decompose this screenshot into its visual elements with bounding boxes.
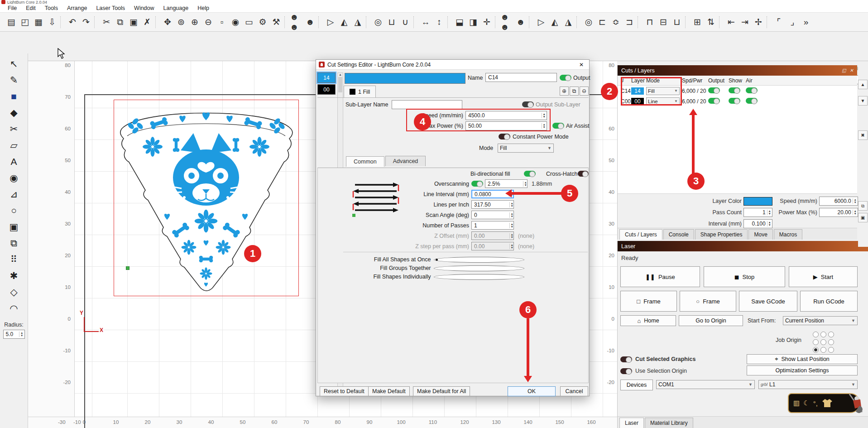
make-default-button[interactable]: Make Default [368,386,410,396]
auto-arrange-icon[interactable]: ▷ [324,15,337,29]
nudge-icon[interactable]: ✢ [752,15,765,29]
align-top-icon[interactable]: ⊓ [643,15,657,29]
bottom-dock-tab[interactable]: Material Library [645,418,693,428]
power-max-field[interactable]: 20.00▲▼ [819,208,858,217]
layer-color-bar[interactable] [345,73,465,84]
dialog-tab[interactable]: Common [346,156,384,167]
ok-button[interactable]: OK [508,386,556,396]
constant-power-toggle[interactable] [499,134,510,139]
bidirectional-toggle[interactable] [524,171,536,177]
job-origin-radio[interactable] [813,332,819,337]
align-left-icon[interactable]: ⊏ [595,15,609,29]
job-origin-radio[interactable] [820,339,826,345]
fill-sublayer-tab[interactable]: 1 Fill [344,86,376,97]
device-tools-icon[interactable]: ⚒ [269,15,283,29]
position-pin-tool[interactable]: ◉ [5,170,23,185]
panel-speed-field[interactable]: 6000.0▲▼ [819,197,858,206]
show-last-position-button[interactable]: ⌖ Show Last Position [747,354,858,364]
frame-circle-button[interactable]: ○ Frame [680,291,736,312]
distribute-h-icon[interactable]: ↔ [419,15,432,29]
align-right-icon[interactable]: ⊐ [623,15,636,29]
boolean-tool[interactable]: ⧉ [5,236,23,250]
pan-icon[interactable]: ✥ [161,15,174,29]
draw-lines-tool[interactable]: ✎ [5,72,23,87]
go-to-origin-button[interactable]: Go to Origin [679,315,743,326]
corner-br-icon[interactable]: ⌟ [786,15,799,29]
polygon-outline-tool[interactable]: ◇ [5,284,23,299]
layer-name-field[interactable]: C14 [485,73,557,82]
align-middle-icon[interactable]: ⊟ [657,15,670,29]
camera-icon[interactable]: ◉ [229,15,242,29]
scroll-up-icon[interactable]: ▲ [858,80,868,89]
layer-output-toggle[interactable] [708,87,720,93]
start-from-combo[interactable]: Current Position▼ [783,316,858,325]
save-icon[interactable]: ▦ [32,15,45,29]
job-origin-radio[interactable] [828,339,834,345]
mirror-v-icon[interactable]: ◮ [351,15,364,29]
center-target-icon[interactable]: ◎ [371,15,385,29]
dock-tab[interactable]: Cuts / Layers [619,229,662,240]
cut-setting-field[interactable]: 0▲▼ [471,211,514,219]
cut-setting-field[interactable]: 1▲▼ [471,221,514,230]
circle-tool[interactable]: ○ [5,203,23,218]
group-2-icon[interactable]: ☻☻ [500,15,514,29]
job-origin-radio[interactable] [813,339,819,345]
mirror-v2-icon[interactable]: ◮ [561,15,575,29]
home-button[interactable]: ⌂ Home [620,315,676,326]
menu-item[interactable]: Language [159,5,193,12]
cut-selected-toggle[interactable] [620,356,632,362]
cut-setting-field[interactable]: 2.5%▲▼ [485,179,528,188]
text-tool[interactable]: A [5,154,23,169]
devices-button[interactable]: Devices [620,380,653,390]
start-button[interactable]: ▶ Start [789,266,858,287]
weld-icon[interactable]: ∪ [398,15,412,29]
dock-tab[interactable]: Move [748,229,772,240]
group-icon[interactable]: ☻☻ [290,15,303,29]
layer-show-toggle[interactable] [729,98,740,104]
menu-item[interactable]: File [4,5,21,12]
align-center-icon[interactable]: ≎ [609,15,623,29]
target-2-icon[interactable]: ◎ [582,15,595,29]
pause-button[interactable]: ❚❚ Pause [620,266,700,287]
menu-item[interactable]: Tools [41,5,62,12]
duplicate-sublayer-button[interactable]: ⧉ [570,87,579,96]
trash-icon[interactable]: ✖ [858,130,868,140]
copy-layer-icon[interactable]: ⧉ [858,201,868,211]
air-assist-toggle[interactable] [552,123,564,129]
frame-select-icon[interactable]: ▫ [215,15,229,29]
snip-tool[interactable]: ✂ [5,121,23,136]
dock-h-icon[interactable]: ⬓ [453,15,466,29]
mirror-h-icon[interactable]: ◭ [337,15,351,29]
copy-icon[interactable]: ⧉ [113,15,127,29]
layer-air-toggle[interactable] [746,87,758,93]
menu-item[interactable]: Window [130,5,158,12]
job-origin-radio[interactable] [813,347,819,353]
interval-field[interactable]: 0.100▲▼ [743,219,772,228]
make-default-all-button[interactable]: Make Default for All [413,386,470,396]
menu-item[interactable]: Arrange [63,5,91,12]
dock-tab[interactable]: Shape Properties [695,229,748,240]
zoom-out-icon[interactable]: ⊖ [201,15,215,29]
edit-nodes-tool[interactable]: ▱ [5,138,23,153]
same-width-icon[interactable]: ⊞ [691,15,704,29]
layer-output-toggle[interactable] [708,98,720,104]
redo-icon[interactable]: ↷ [79,15,93,29]
cancel-button[interactable]: Cancel [560,386,588,396]
move-to-position-icon[interactable]: ✛ [480,15,494,29]
cut-setting-field[interactable]: 317.50▲▼ [471,200,514,209]
undo-icon[interactable]: ↶ [66,15,79,29]
same-height-icon[interactable]: ⇅ [704,15,718,29]
run-gcode-button[interactable]: Run GCode [800,291,858,312]
measure-tool[interactable]: ⊿ [5,187,23,202]
job-origin-radio[interactable] [820,347,826,353]
use-selection-origin-toggle[interactable] [620,368,632,374]
port-combo[interactable]: COM1▼ [656,380,755,389]
job-origin-radio[interactable] [828,332,834,337]
dock-tab[interactable]: Console [663,229,694,240]
job-origin-radio[interactable] [820,332,826,337]
select-tool[interactable]: ↖ [5,56,23,71]
array-tool[interactable]: ⠿ [5,252,23,267]
arc-tool[interactable]: ◠ [5,301,23,316]
paste-icon[interactable]: ▣ [127,15,140,29]
overscanning-toggle[interactable] [471,181,483,187]
